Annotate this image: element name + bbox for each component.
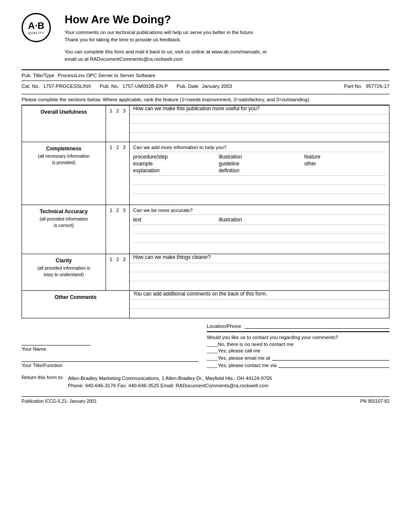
technical-accuracy-label: Technical Accuracy	[25, 208, 103, 215]
technical-accuracy-question: Can we be more accurate?	[133, 207, 386, 215]
rating-3: 3	[123, 108, 125, 113]
rating-3: 3	[123, 145, 125, 150]
rating-3: 3	[123, 208, 125, 213]
pub-info-section: Pub. Title/Type ProcessLinx OPC Server t…	[22, 69, 389, 91]
rating-1: 1	[109, 145, 112, 150]
return-phone-fax-email: Phone: 440-646-3176 Fax: 440-646-3525 Em…	[68, 382, 272, 389]
yes-contact-via-option: ____Yes, please contact me via	[207, 362, 389, 368]
table-row: Clarity (all provided information iseasy…	[22, 254, 389, 291]
contact-line2: email us at RADocumentComments@ra.rockwe…	[65, 56, 183, 62]
pub-title-value: ProcessLinx OPC Server to Server Softwar…	[58, 73, 155, 78]
completeness-ratings: 1 2 3	[108, 145, 128, 150]
check-illustration: illustration	[219, 154, 300, 160]
overall-usefulness-question: How can we make this publication more us…	[130, 106, 389, 115]
check-procedure: procedure/step	[133, 154, 215, 160]
check-explanation: explanation	[133, 168, 215, 174]
completeness-line2[interactable]	[133, 185, 386, 194]
no-contact-option: ____No, there is no need to contact me	[207, 342, 389, 347]
ab-logo: A·B QUALITY	[22, 13, 51, 42]
overall-usefulness-comments-cell: How can we make this publication more us…	[130, 106, 389, 142]
table-row: Overall Usefulness 1 2 3 How can we make…	[22, 106, 389, 142]
overall-usefulness-line3[interactable]	[130, 133, 389, 142]
header-text: How Are We Doing? Your comments on our t…	[65, 13, 389, 63]
completeness-checklist: procedure/step illustration feature exam…	[133, 152, 386, 176]
check-empty	[304, 168, 386, 174]
overall-usefulness-line2[interactable]	[130, 124, 389, 133]
clarity-line2[interactable]	[130, 272, 389, 281]
completeness-question: Can we add more information to help you?	[133, 144, 386, 152]
technical-accuracy-line3[interactable]	[133, 243, 386, 252]
part-no-label: Part No.	[344, 84, 362, 89]
technical-accuracy-label-cell: Technical Accuracy (all provided informa…	[22, 205, 106, 254]
contact-divider	[207, 331, 389, 332]
overall-usefulness-line1[interactable]	[130, 115, 389, 124]
completeness-label-cell: Completeness (all necessary informationi…	[22, 142, 106, 205]
return-address-line1: Allen-Bradley Marketing Communications, …	[68, 375, 272, 382]
technical-accuracy-line1[interactable]	[133, 225, 386, 234]
contact-info: You can complete this form and mail it b…	[65, 48, 389, 63]
other-comments-cell: You can add additional comments on the b…	[130, 291, 389, 318]
your-title-line[interactable]	[22, 355, 198, 362]
pub-no-value: 1757-UM002B-EN-P	[122, 84, 168, 89]
pub-no-label: Pub. No.	[100, 84, 119, 89]
pub-date-item: Pub. Date January 2003	[177, 84, 232, 89]
other-comments-label: Other Comments	[25, 294, 127, 300]
rating-3: 3	[123, 257, 125, 262]
yes-email-line[interactable]	[272, 355, 389, 361]
pub-date-label: Pub. Date	[177, 84, 199, 89]
other-comments-question: You can add additional comments on the b…	[130, 291, 389, 300]
rating-2: 2	[116, 257, 119, 262]
rating-2: 2	[116, 108, 119, 113]
footer-publication: Publication ICCG-5.21- January 2001	[22, 398, 97, 404]
completeness-line3[interactable]	[133, 194, 386, 203]
your-title-label: Your Title/Function	[22, 363, 198, 368]
clarity-sublabel: (all provided information iseasy to unde…	[25, 265, 103, 277]
other-comments-line1[interactable]	[130, 300, 389, 309]
technical-accuracy-comments-cell: Can we be more accurate? text illustrati…	[130, 205, 389, 254]
other-comments-label-cell: Other Comments	[22, 291, 130, 318]
overall-usefulness-label-cell: Overall Usefulness	[22, 106, 106, 142]
clarity-comments-cell: How can we make things clearer?	[130, 254, 389, 291]
your-name-line[interactable]	[22, 339, 90, 345]
contact-line1: You can complete this form and mail it b…	[65, 49, 267, 54]
cat-no-label: Cat. No.	[22, 84, 40, 89]
clarity-line3[interactable]	[130, 281, 389, 290]
subtitle-line2: Thank you for taking the time to provide…	[65, 37, 181, 42]
location-phone-row: Location/Phone	[207, 322, 389, 329]
part-no-item: Part No. 957726-17	[344, 84, 389, 89]
technical-accuracy-checklist: text illustration	[133, 215, 386, 225]
clarity-label: Clarity	[25, 258, 103, 264]
location-phone-line[interactable]	[245, 322, 389, 329]
location-phone-label: Location/Phone	[207, 324, 241, 329]
yes-call-option: ____Yes, please call me	[207, 348, 389, 353]
rating-1: 1	[109, 208, 112, 213]
clarity-rating-cell: 1 2 3	[106, 254, 130, 291]
clarity-line1[interactable]	[130, 263, 389, 272]
check-feature: feature	[304, 154, 386, 160]
yes-contact-via-line[interactable]	[278, 362, 389, 368]
completeness-line1[interactable]	[133, 176, 386, 185]
yes-email-label: ____Yes, please email me at	[207, 355, 270, 361]
technical-accuracy-line2[interactable]	[133, 234, 386, 243]
completeness-sublabel: (all necessary informationis provided)	[25, 153, 103, 165]
yes-email-option: ____Yes, please email me at	[207, 355, 389, 361]
check-guideline: guideline	[219, 161, 300, 167]
return-row: Return this form to: Allen-Bradley Marke…	[22, 375, 389, 390]
check-illustration: illustration	[219, 217, 300, 223]
technical-accuracy-sublabel: (all provided informationis correct)	[25, 216, 103, 228]
page-title: How Are We Doing?	[65, 13, 389, 26]
header-section: A·B QUALITY How Are We Doing? Your comme…	[22, 13, 389, 63]
feedback-table: Overall Usefulness 1 2 3 How can we make…	[22, 105, 389, 318]
completeness-rating-cell: 1 2 3	[106, 142, 130, 205]
logo-ab-text: A·B	[28, 21, 44, 31]
pub-title-label: Pub. Title/Type	[22, 73, 54, 78]
check-empty	[304, 217, 386, 223]
logo-quality-text: QUALITY	[28, 31, 44, 34]
name-row: Your Name Your Title/Function Location/P…	[22, 322, 389, 368]
page-footer: Publication ICCG-5.21- January 2001 PN 9…	[22, 396, 389, 404]
table-row: Technical Accuracy (all provided informa…	[22, 205, 389, 254]
rating-2: 2	[116, 208, 119, 213]
other-comments-line2[interactable]	[130, 309, 389, 318]
check-definition: definition	[219, 168, 300, 174]
technical-accuracy-ratings: 1 2 3	[108, 208, 128, 213]
